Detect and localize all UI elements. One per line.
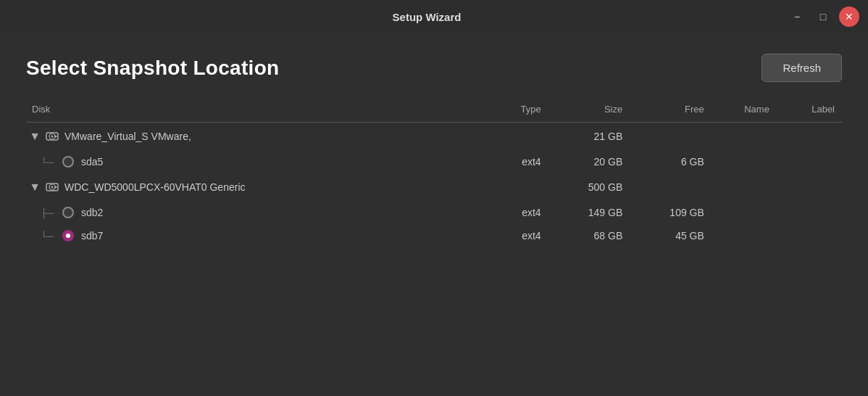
col-header-label: Label: [777, 96, 842, 123]
radio-button[interactable]: [62, 156, 74, 168]
partition-label-col-cell: [777, 201, 842, 224]
col-header-size: Size: [548, 96, 630, 123]
window-controls: − □ ✕: [787, 7, 859, 27]
disk-free-cell: [630, 123, 711, 151]
radio-button[interactable]: [62, 207, 74, 218]
partition-name-col-cell: [711, 224, 777, 247]
partition-name-cell: └─ sdb7: [26, 224, 483, 247]
expand-arrow-icon: ▶: [30, 133, 41, 140]
disk-table: Disk Type Size Free Name Label ▶: [26, 96, 842, 247]
expand-arrow-icon: ▶: [30, 184, 41, 191]
table-body: ▶ VMware_Virtual_S VMware, 21 GB └─: [26, 123, 842, 248]
tree-branch-icon: └─: [41, 157, 57, 168]
disk-label-col-cell: [777, 173, 842, 201]
partition-name-cell: ├─ sdb2: [26, 201, 483, 224]
header-row: Select Snapshot Location Refresh: [26, 54, 842, 82]
disk-size-cell: 500 GB: [548, 173, 630, 201]
svg-point-3: [51, 136, 54, 138]
table-row: ▶ VMware_Virtual_S VMware, 21 GB: [26, 123, 842, 151]
table-row[interactable]: └─ sda5 ext4 20 GB 6 GB: [26, 150, 842, 173]
table-row[interactable]: ├─ sdb2 ext4 149 GB 109 GB: [26, 201, 842, 224]
disk-name-col-cell: [711, 173, 777, 201]
disk-free-cell: [630, 173, 711, 201]
disk-drive-icon: [44, 179, 60, 195]
disk-drive-icon: [44, 128, 60, 144]
table-row: ▶ WDC_WD5000LPCX-60VHAT0 Generic 500 GB: [26, 173, 842, 201]
partition-name-label: sda5: [81, 156, 103, 168]
page-title: Select Snapshot Location: [26, 57, 279, 80]
col-header-name: Name: [711, 96, 777, 123]
partition-name-col-cell: [711, 150, 777, 173]
disk-type-cell: [483, 173, 548, 201]
tree-branch-icon: └─: [41, 231, 57, 242]
table-row[interactable]: └─ sdb7 ext4 68 GB 45 GB: [26, 224, 842, 247]
partition-free-cell: 45 GB: [630, 224, 711, 247]
partition-type-cell: ext4: [483, 150, 548, 173]
partition-free-cell: 109 GB: [630, 201, 711, 224]
tree-branch-icon: ├─: [41, 207, 57, 218]
main-content: Select Snapshot Location Refresh Disk Ty…: [0, 33, 868, 396]
disk-name-label: WDC_WD5000LPCX-60VHAT0 Generic: [64, 181, 246, 193]
partition-type-cell: ext4: [483, 201, 548, 224]
table-header: Disk Type Size Free Name Label: [26, 96, 842, 123]
disk-name-cell: ▶ WDC_WD5000LPCX-60VHAT0 Generic: [26, 173, 483, 201]
partition-name-label: sdb2: [81, 207, 103, 218]
close-button[interactable]: ✕: [839, 7, 859, 27]
maximize-button[interactable]: □: [813, 7, 833, 27]
svg-point-7: [51, 186, 54, 189]
window-title: Setup Wizard: [67, 11, 787, 23]
col-header-type: Type: [483, 96, 548, 123]
col-header-free: Free: [630, 96, 711, 123]
partition-size-cell: 149 GB: [548, 201, 630, 224]
partition-label-col-cell: [777, 150, 842, 173]
partition-name-col-cell: [711, 201, 777, 224]
radio-button[interactable]: [62, 230, 74, 242]
disk-type-cell: [483, 123, 548, 151]
partition-size-cell: 68 GB: [548, 224, 630, 247]
disk-size-cell: 21 GB: [548, 123, 630, 151]
refresh-button[interactable]: Refresh: [761, 54, 842, 82]
col-header-disk: Disk: [26, 96, 483, 123]
disk-name-cell: ▶ VMware_Virtual_S VMware,: [26, 123, 483, 151]
disk-label-col-cell: [777, 123, 842, 151]
partition-name-label: sdb7: [81, 230, 103, 242]
partition-free-cell: 6 GB: [630, 150, 711, 173]
disk-name-col-cell: [711, 123, 777, 151]
partition-size-cell: 20 GB: [548, 150, 630, 173]
partition-label-col-cell: [777, 224, 842, 247]
disk-name-label: VMware_Virtual_S VMware,: [64, 131, 191, 142]
minimize-button[interactable]: −: [787, 7, 807, 27]
partition-type-cell: ext4: [483, 224, 548, 247]
titlebar: Setup Wizard − □ ✕: [0, 0, 868, 33]
partition-name-cell: └─ sda5: [26, 150, 483, 173]
